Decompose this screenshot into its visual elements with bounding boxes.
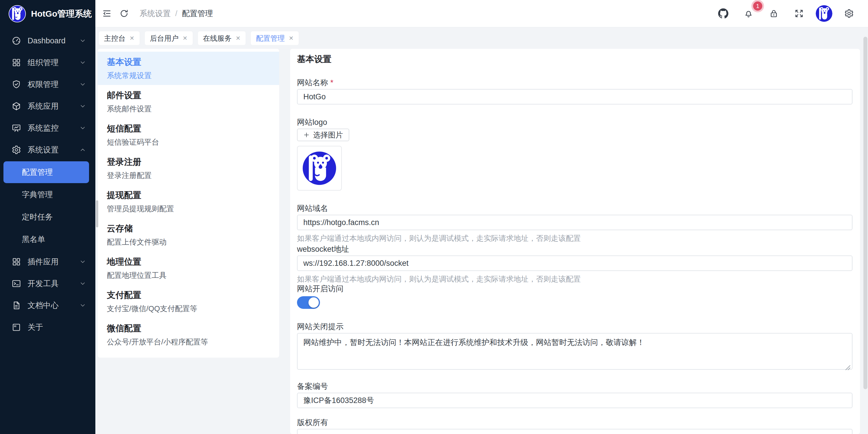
- choose-image-button[interactable]: 选择图片: [297, 129, 349, 141]
- breadcrumb: 系统设置 / 配置管理: [140, 8, 213, 19]
- chevron-down-icon: [79, 280, 86, 287]
- site-open-toggle[interactable]: [297, 296, 320, 309]
- dashboard-icon: [11, 36, 21, 46]
- sidebar-subitem-blacklist[interactable]: 黑名单: [3, 229, 89, 250]
- sidebar-subitem-label: 配置管理: [22, 167, 53, 177]
- tab-close-icon[interactable]: ✕: [236, 35, 241, 42]
- tab-close-icon[interactable]: ✕: [129, 35, 134, 42]
- koala-logo-image: [302, 151, 337, 186]
- sidebar-item-system-monitor[interactable]: 系统监控: [0, 117, 95, 139]
- sidebar-item-system-apps[interactable]: 系统应用: [0, 95, 95, 117]
- sidebar-item-label: 组织管理: [28, 58, 79, 68]
- sidebar-item-organization[interactable]: 组织管理: [0, 52, 95, 73]
- domain-input[interactable]: [297, 215, 852, 230]
- resize-grip-icon[interactable]: [845, 362, 851, 368]
- sidebar-item-dev-tools[interactable]: 开发工具: [0, 273, 95, 295]
- settings-menu-scrollbar-thumb[interactable]: [96, 200, 98, 227]
- settings-menu-item-sms[interactable]: 短信配置 短信验证码平台: [98, 118, 279, 152]
- tab-dashboard[interactable]: 主控台 ✕: [99, 31, 140, 45]
- notifications-button[interactable]: 1: [740, 5, 757, 22]
- sidebar-subitem-label: 字典管理: [22, 190, 53, 200]
- top-header: 系统设置 / 配置管理 1: [95, 0, 868, 28]
- icp-label: 备案编号: [297, 381, 852, 392]
- main-scrollbar-thumb[interactable]: [863, 37, 867, 389]
- app-logo[interactable]: HotGo管理系统: [0, 0, 95, 28]
- sidebar-subitem-label: 定时任务: [22, 212, 53, 222]
- close-tip-label: 网站关闭提示: [297, 322, 852, 332]
- tab-admin-users[interactable]: 后台用户 ✕: [145, 31, 193, 45]
- tab-label: 主控台: [104, 34, 126, 43]
- tab-close-icon[interactable]: ✕: [289, 35, 293, 42]
- form-section-title: 基本设置: [297, 54, 852, 65]
- cube-icon: [11, 101, 21, 111]
- chevron-down-icon: [79, 258, 86, 265]
- sidebar-item-about[interactable]: 关于: [0, 316, 95, 338]
- tab-online-service[interactable]: 在线服务 ✕: [198, 31, 246, 45]
- sidebar-item-label: 文档中心: [28, 300, 79, 310]
- settings-menu-item-cloud-storage[interactable]: 云存储 配置上传文件驱动: [98, 218, 279, 252]
- sidebar-item-dashboard[interactable]: Dashboard: [0, 30, 95, 52]
- plus-icon: [303, 132, 310, 138]
- header-actions: 1: [715, 5, 868, 22]
- chevron-down-icon: [79, 37, 86, 44]
- sidebar-collapse-button[interactable]: [98, 5, 116, 22]
- settings-menu-item-email[interactable]: 邮件设置 系统邮件设置: [98, 85, 279, 118]
- breadcrumb-current[interactable]: 配置管理: [182, 8, 213, 19]
- settings-gear-icon[interactable]: [840, 5, 858, 22]
- websocket-input[interactable]: [297, 256, 852, 271]
- websocket-label: websocket地址: [297, 244, 852, 254]
- site-name-input[interactable]: [297, 89, 852, 104]
- chevron-down-icon: [79, 302, 86, 309]
- koala-logo-icon: [9, 5, 26, 22]
- hotgo-admin-app: HotGo管理系统 Dashboard 组织管理 权限管理 系统应用: [0, 0, 868, 434]
- copyright-input[interactable]: [297, 429, 852, 434]
- sidebar-item-label: 插件应用: [28, 257, 79, 267]
- sidebar-subitem-config-management[interactable]: 配置管理: [3, 161, 89, 183]
- breadcrumb-parent[interactable]: 系统设置: [140, 8, 170, 19]
- user-avatar[interactable]: [816, 5, 832, 22]
- site-open-label: 网站开启访问: [297, 283, 852, 294]
- fullscreen-button[interactable]: [790, 5, 808, 22]
- settings-menu-item-wechat[interactable]: 微信配置 公众号/开放平台/小程序配置等: [98, 318, 279, 351]
- settings-menu-item-withdraw[interactable]: 提现配置 管理员提现规则配置: [98, 185, 279, 218]
- sidebar-item-permissions[interactable]: 权限管理: [0, 73, 95, 95]
- settings-menu-item-login[interactable]: 登录注册 登录注册配置: [98, 152, 279, 185]
- close-tip-textarea[interactable]: 网站维护中，暂时无法访问！本网站正在进行系统维护和技术升级，网站暂时无法访问，敬…: [297, 333, 852, 370]
- sidebar-item-label: 系统监控: [28, 123, 79, 133]
- chevron-down-icon: [79, 59, 86, 66]
- sidebar-item-docs[interactable]: 文档中心: [0, 295, 95, 316]
- sidebar-item-plugins[interactable]: 插件应用: [0, 251, 95, 273]
- plugin-grid-icon: [11, 257, 21, 267]
- sidebar-item-system-settings[interactable]: 系统设置: [0, 139, 95, 161]
- sidebar-subitem-dictionary[interactable]: 字典管理: [3, 184, 89, 205]
- copyright-label: 版权所有: [297, 418, 852, 428]
- refresh-button[interactable]: [116, 5, 133, 22]
- domain-help-text: 如果客户端通过本地或内网访问，则认为是调试模式，走实际请求地址，否则走该配置: [297, 234, 852, 243]
- tab-label: 后台用户: [150, 34, 179, 43]
- icp-input[interactable]: [297, 393, 852, 408]
- sidebar-item-label: 关于: [28, 322, 86, 332]
- settings-menu-item-payment[interactable]: 支付配置 支付宝/微信/QQ支付配置等: [98, 285, 279, 318]
- breadcrumb-separator: /: [175, 9, 178, 18]
- github-icon[interactable]: [715, 5, 732, 22]
- lock-screen-button[interactable]: [765, 5, 782, 22]
- gear-icon: [11, 145, 21, 155]
- required-asterisk: *: [330, 78, 334, 87]
- settings-menu-item-basic[interactable]: 基本设置 系统常规设置: [98, 52, 279, 85]
- sidebar-item-label: Dashboard: [28, 36, 79, 45]
- tab-label: 配置管理: [256, 34, 285, 43]
- site-logo-preview[interactable]: [297, 146, 342, 191]
- terminal-icon: [11, 279, 21, 289]
- sidebar-item-label: 开发工具: [28, 278, 79, 289]
- tab-config-management[interactable]: 配置管理 ✕: [251, 31, 299, 45]
- shield-check-icon: [11, 79, 21, 89]
- settings-menu-item-geo[interactable]: 地理位置 配置地理位置工具: [98, 252, 279, 285]
- document-icon: [11, 301, 21, 310]
- websocket-help-text: 如果客户端通过本地或内网访问，则认为是调试模式，走实际请求地址，否则走该配置: [297, 274, 852, 283]
- domain-label: 网站域名: [297, 203, 852, 213]
- sidebar-subitem-cron-tasks[interactable]: 定时任务: [3, 206, 89, 228]
- tab-close-icon[interactable]: ✕: [183, 35, 188, 42]
- org-grid-icon: [11, 58, 21, 67]
- sidebar-item-label: 权限管理: [28, 79, 79, 90]
- site-name-label: 网站名称*: [297, 77, 852, 88]
